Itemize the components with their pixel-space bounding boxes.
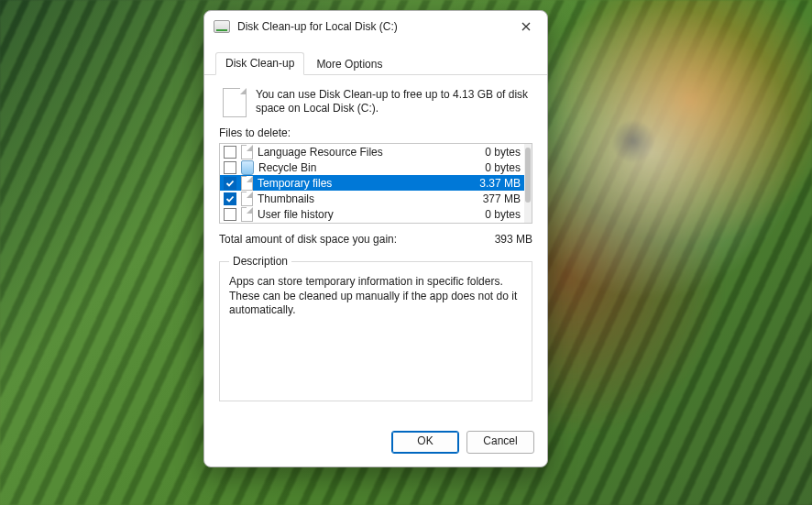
cancel-button[interactable]: Cancel [466, 431, 534, 454]
list-item-name: User file history [258, 208, 477, 221]
ok-button[interactable]: OK [391, 431, 459, 454]
checkbox[interactable] [224, 208, 236, 221]
tab-strip: Disk Clean-up More Options [204, 42, 547, 75]
file-icon [241, 176, 253, 191]
tab-more-options[interactable]: More Options [306, 53, 392, 75]
description-text: Apps can store temporary information in … [229, 275, 522, 318]
close-icon [521, 22, 531, 31]
checkbox[interactable] [224, 177, 236, 190]
list-item[interactable]: Temporary files3.37 MB [220, 175, 524, 191]
list-item-size: 0 bytes [477, 161, 521, 174]
list-item-size: 377 MB [476, 192, 521, 205]
totals-value: 393 MB [495, 233, 532, 246]
intro-row: You can use Disk Clean-up to free up to … [219, 86, 532, 117]
file-icon [241, 192, 253, 206]
list-item[interactable]: User file history0 bytes [220, 206, 524, 222]
window-title: Disk Clean-up for Local Disk (C:) [237, 20, 398, 33]
list-item-name: Thumbnails [258, 192, 476, 205]
list-item[interactable]: Recycle Bin0 bytes [220, 159, 524, 175]
scrollbar[interactable] [524, 144, 532, 223]
tab-disk-cleanup[interactable]: Disk Clean-up [215, 52, 304, 75]
list-item-size: 0 bytes [477, 146, 521, 159]
scrollbar-thumb[interactable] [525, 148, 531, 203]
close-button[interactable] [505, 11, 547, 42]
checkbox[interactable] [224, 192, 236, 205]
dialog-footer: OK Cancel [204, 416, 547, 467]
totals-row: Total amount of disk space you gain: 393… [219, 233, 532, 246]
list-item[interactable]: Thumbnails377 MB [220, 191, 524, 206]
list-item-name: Language Resource Files [258, 146, 477, 159]
checkbox[interactable] [224, 146, 236, 159]
list-item-name: Temporary files [258, 177, 472, 190]
disk-cleanup-dialog: Disk Clean-up for Local Disk (C:) Disk C… [203, 10, 548, 467]
document-icon [223, 88, 247, 117]
drive-icon [214, 20, 230, 33]
checkbox[interactable] [224, 161, 236, 174]
intro-text: You can use Disk Clean-up to free up to … [256, 86, 532, 115]
list-item-size: 3.37 MB [472, 177, 521, 190]
files-to-delete-label: Files to delete: [219, 126, 532, 139]
description-legend: Description [229, 255, 291, 268]
list-item[interactable]: Language Resource Files0 bytes [220, 144, 524, 159]
file-icon [241, 207, 253, 222]
file-icon [241, 145, 253, 159]
list-item-size: 0 bytes [477, 208, 521, 221]
description-group: Description Apps can store temporary inf… [219, 255, 532, 401]
totals-label: Total amount of disk space you gain: [219, 233, 397, 246]
titlebar[interactable]: Disk Clean-up for Local Disk (C:) [204, 11, 547, 42]
files-list[interactable]: Language Resource Files0 bytesRecycle Bi… [219, 143, 532, 224]
tab-content: You can use Disk Clean-up to free up to … [204, 75, 547, 401]
recycle-bin-icon [241, 160, 254, 175]
list-item-name: Recycle Bin [258, 161, 477, 174]
